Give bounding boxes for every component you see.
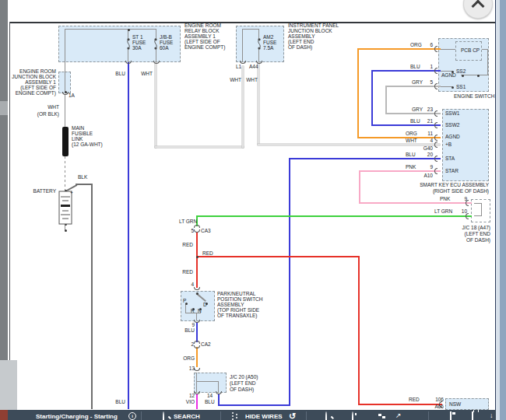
wire-int [65, 29, 65, 62]
connector-pin [194, 229, 200, 233]
save-icon[interactable] [450, 411, 452, 420]
junction-dot [196, 292, 199, 295]
connector-pin [434, 46, 437, 52]
diagram-label: LT GRN [434, 208, 452, 214]
diagram-label: CA2 [201, 341, 211, 347]
toolbar-divider [306, 411, 307, 420]
wire-blu [371, 70, 373, 126]
diagram-label: BLU [410, 64, 420, 69]
connector-pin [434, 110, 437, 117]
diagram-label: ASSEMBLY 1 [25, 79, 56, 85]
wire-blu [128, 62, 129, 409]
diagram-label: ENGINE ROOM [184, 23, 221, 28]
diagram-label: RELAY BLOCK [184, 28, 220, 33]
diagram-label: ORG [406, 131, 417, 136]
zoom-icon[interactable] [325, 411, 327, 420]
wire-vio [196, 394, 198, 409]
diagram-label: SSW2 [445, 122, 459, 128]
diagram-label: FUSE [263, 40, 276, 45]
diagram-label: G40 [423, 145, 433, 151]
main-fusible-link [62, 127, 69, 156]
left-edge-notch [0, 101, 8, 115]
connector-pin [434, 142, 437, 148]
connector-pin [194, 287, 200, 290]
diagram-label: 11 [427, 131, 433, 136]
wire-blu [218, 394, 220, 406]
wire-int [441, 86, 452, 87]
wire-gry [385, 86, 387, 114]
undo-icon[interactable] [289, 412, 296, 420]
print-icon[interactable] [472, 411, 473, 420]
diagram-label: 9 [430, 164, 433, 170]
toolbar-divider [141, 411, 142, 420]
share-icon[interactable] [395, 412, 402, 419]
diagram-label: VIO [186, 399, 195, 404]
diagram-label: P [183, 298, 186, 303]
diagram-label: JUNCTION BLOCK [12, 74, 56, 79]
hide-wires-button[interactable]: HIDE WIRES [245, 413, 283, 420]
diagram-label: ENGINE COMPT) [184, 44, 225, 50]
wire-org [357, 137, 441, 138]
junction-dot [65, 229, 67, 232]
wire-blu [371, 124, 441, 126]
wire-ltgrn [196, 215, 472, 217]
diagram-label: (12 GA-WHT) [72, 142, 103, 147]
diagram-label: ASSEMBLY [288, 33, 315, 39]
search-icon[interactable] [163, 411, 164, 420]
wire-wht [258, 144, 440, 145]
connector-pin [153, 61, 160, 64]
right-scrollbar-thumb[interactable] [500, 0, 506, 420]
diagram-label: SS2 [456, 68, 466, 74]
diagram-label: BLU [406, 152, 416, 157]
diagram-label: BLK [78, 174, 87, 180]
diagram-label: 12 [189, 393, 195, 398]
wire-gry [385, 113, 441, 114]
diagram-label: LINK [72, 136, 83, 142]
diagram-label: ENGINE COMPT) [16, 90, 56, 96]
wire-int [242, 29, 259, 30]
wire-blu [371, 70, 441, 72]
diagram-label: 5 [191, 228, 194, 233]
diagram-label: (LEFT END [230, 380, 255, 386]
diagram-label: A10 [423, 173, 433, 178]
diagram-label: 106 [435, 397, 444, 402]
diagram-label: 1A [69, 93, 75, 98]
wire-dots-icon[interactable] [232, 412, 234, 414]
diagram-label: ASSEMBLY [217, 302, 244, 307]
diagram-label: JUNCTION BLOCK [288, 28, 332, 33]
diagram-label: BLU [115, 71, 125, 76]
jc20-box [194, 373, 227, 393]
diagram-label: ST 1 [132, 34, 143, 40]
diagram-label: BLU [410, 118, 420, 124]
diagram-label: BLU [184, 327, 195, 333]
wire-red [196, 256, 360, 257]
search-button[interactable]: SEARCH [174, 413, 200, 420]
diagram-label: ENGINE SWITCH [454, 93, 494, 99]
history-icon[interactable] [352, 411, 353, 420]
connector-pin [434, 135, 437, 141]
diagram-label: 13 [189, 366, 195, 371]
diagram-label: (LEFT END [288, 39, 314, 44]
diagram-label: (RIGHT SIDE OF DASH) [433, 188, 489, 194]
info-icon[interactable]: i [128, 412, 136, 420]
right-edge-line [495, 0, 496, 420]
diagram-label: WHT [406, 138, 417, 143]
diagram-label: (LEFT SIDE OF [20, 85, 56, 90]
wire-int [441, 49, 455, 50]
diagram-label: WHT [141, 71, 153, 76]
diagram-label: SMART KEY ECU ASSEMBLY [420, 182, 489, 187]
diagram-label: ENGINE ROOM [19, 68, 56, 74]
diagram-label: WHT [246, 77, 258, 82]
fuse-icon [255, 38, 263, 50]
download-icon[interactable] [490, 412, 494, 419]
diagram-label: OF DASH) [288, 44, 312, 50]
diagram-label: OF DASH) [230, 387, 254, 392]
diagram-label: SSW1 [445, 110, 459, 116]
connector-pin [216, 391, 222, 394]
wire-blk [91, 184, 93, 409]
connector-pin [194, 368, 200, 371]
diagram-label: CA3 [201, 228, 211, 233]
diagram-label: 6 [430, 42, 433, 47]
diagram-label: MAIN [72, 125, 84, 131]
wire-pnk [359, 170, 360, 204]
